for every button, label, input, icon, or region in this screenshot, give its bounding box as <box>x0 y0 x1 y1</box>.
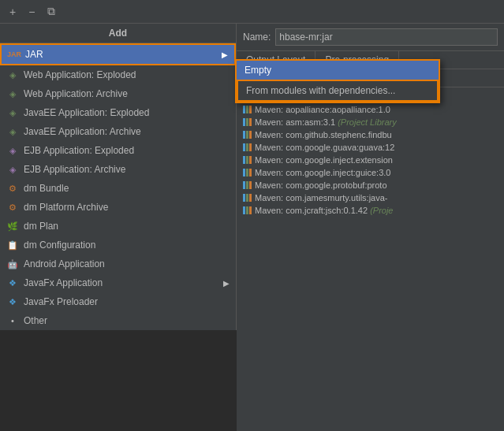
toolbar: + − ⧉ <box>0 0 504 24</box>
jar-arrow-icon: ▶ <box>222 50 228 59</box>
other-label: Other <box>24 315 47 326</box>
menu-item-javafx-pre[interactable]: ❖JavaFx Preloader <box>0 292 236 311</box>
dm-bundle-icon: ⚙ <box>6 182 19 195</box>
tree-item: Maven: aopalliance:aopalliance:1.0 <box>237 103 504 116</box>
jar-icon: JAR <box>8 48 21 61</box>
tree-item-text: Maven: aopalliance:aopalliance:1.0 <box>255 105 390 114</box>
dm-bundle-label: dm Bundle <box>24 183 69 194</box>
tree-item-text: Maven: com.google.guava:guava:12 <box>255 143 394 152</box>
add-header: Add <box>0 24 236 43</box>
tree-item-text: Maven: com.google.inject:guice:3.0 <box>255 168 390 177</box>
ejb-archive-icon: ◈ <box>6 163 19 176</box>
dm-config-icon: 📋 <box>6 239 19 251</box>
bar-icon <box>243 156 252 164</box>
javaee-exploded-label: JavaEE Application: Exploded <box>24 107 149 118</box>
bar-icon <box>243 194 252 202</box>
bar-icon <box>243 118 252 126</box>
bar-icon <box>243 131 252 139</box>
bar-icon <box>243 143 252 151</box>
name-label: Name: <box>243 32 271 43</box>
bar-icon <box>243 181 252 189</box>
tree-item: Maven: com.jamesmurty.utils:java- <box>237 191 504 204</box>
menu-item-web-exploded[interactable]: ◈Web Application: Exploded <box>0 65 236 84</box>
tree-item: Maven: com.google.guava:guava:12 <box>237 141 504 154</box>
tree-item-text: Maven: com.jcraft:jsch:0.1.42 (Proje <box>255 206 393 215</box>
javaee-exploded-icon: ◈ <box>6 106 19 119</box>
add-toolbar-btn[interactable]: + <box>6 4 19 20</box>
tree-item: Maven: com.google.inject:guice:3.0 <box>237 166 504 179</box>
submenu-empty[interactable]: Empty <box>237 61 439 80</box>
menu-item-ejb-exploded[interactable]: ◈EJB Application: Exploded <box>0 141 236 160</box>
web-exploded-label: Web Application: Exploded <box>24 69 136 80</box>
menu-item-dm-plan[interactable]: 🌿dm Plan <box>0 217 236 236</box>
android-label: Android Application <box>24 258 105 269</box>
web-archive-icon: ◈ <box>6 87 19 100</box>
copy-toolbar-btn[interactable]: ⧉ <box>44 3 58 20</box>
tree-item: Maven: asm:asm:3.1 (Project Library <box>237 116 504 128</box>
tree-item: Maven: com.github.stephenc.findbu <box>237 128 504 141</box>
menu-item-web-archive[interactable]: ◈Web Application: Archive <box>0 84 236 103</box>
menu-item-javaee-exploded[interactable]: ◈JavaEE Application: Exploded <box>0 103 236 122</box>
jar-label: JAR <box>25 49 43 60</box>
tree-area: <output root> Maven: aopalliance:aopalli… <box>237 87 504 431</box>
bar-icon <box>243 206 252 214</box>
menu-item-javaee-archive[interactable]: ◈JavaEE Application: Archive <box>0 122 236 141</box>
bar-icon <box>243 106 252 113</box>
javaee-archive-icon: ◈ <box>6 125 19 138</box>
tree-item-text: Maven: com.google.protobuf:proto <box>255 180 387 190</box>
tree-item-text: Maven: com.jamesmurty.utils:java- <box>255 193 388 202</box>
submenu-from-modules[interactable]: From modules with dependencies... <box>237 80 439 102</box>
name-input[interactable] <box>275 28 498 46</box>
tree-item: Maven: com.google.inject.extension <box>237 154 504 166</box>
menu-item-jar[interactable]: JARJAR▶ <box>0 43 236 65</box>
javafx-label: JavaFx Application <box>24 277 103 288</box>
tree-item-text: Maven: asm:asm:3.1 (Project Library <box>255 117 397 127</box>
dm-plan-label: dm Plan <box>24 221 58 232</box>
ejb-exploded-icon: ◈ <box>6 144 19 157</box>
menu-item-other[interactable]: •Other <box>0 311 236 330</box>
javafx-arrow-icon: ▶ <box>223 279 230 288</box>
menu-item-dm-platform[interactable]: ⚙dm Platform Archive <box>0 198 236 217</box>
menu-item-dm-config[interactable]: 📋dm Configuration <box>0 236 236 255</box>
remove-toolbar-btn[interactable]: − <box>25 4 38 20</box>
web-exploded-icon: ◈ <box>6 69 19 81</box>
other-icon: • <box>6 314 19 327</box>
tree-item-text: Maven: com.google.inject.extension <box>255 155 393 165</box>
android-icon: 🤖 <box>6 258 19 270</box>
dm-platform-label: dm Platform Archive <box>24 202 108 213</box>
web-archive-label: Web Application: Archive <box>24 88 128 99</box>
menu-item-dm-bundle[interactable]: ⚙dm Bundle <box>0 179 236 198</box>
tree-item: Maven: com.jcraft:jsch:0.1.42 (Proje <box>237 204 504 217</box>
add-panel: Add JARJAR▶◈Web Application: Exploded◈We… <box>0 24 237 431</box>
dm-platform-icon: ⚙ <box>6 201 19 214</box>
dm-config-label: dm Configuration <box>24 240 95 251</box>
tree-item: Maven: com.google.protobuf:proto <box>237 179 504 191</box>
bar-icon <box>243 169 252 176</box>
menu-item-android[interactable]: 🤖Android Application <box>0 255 236 273</box>
javafx-pre-icon: ❖ <box>6 295 19 308</box>
javaee-archive-label: JavaEE Application: Archive <box>24 126 141 137</box>
menu-item-ejb-archive[interactable]: ◈EJB Application: Archive <box>0 160 236 179</box>
tree-item-text: Maven: com.github.stephenc.findbu <box>255 130 392 139</box>
menu-item-javafx[interactable]: ❖JavaFx Application▶ <box>0 273 236 292</box>
jar-submenu: Empty From modules with dependencies... <box>235 59 440 103</box>
ejb-archive-label: EJB Application: Archive <box>24 164 125 175</box>
name-row: Name: <box>237 24 504 51</box>
javafx-pre-label: JavaFx Preloader <box>24 296 98 307</box>
ejb-exploded-label: EJB Application: Exploded <box>24 145 134 156</box>
dm-plan-icon: 🌿 <box>6 220 19 232</box>
javafx-icon: ❖ <box>6 277 19 289</box>
